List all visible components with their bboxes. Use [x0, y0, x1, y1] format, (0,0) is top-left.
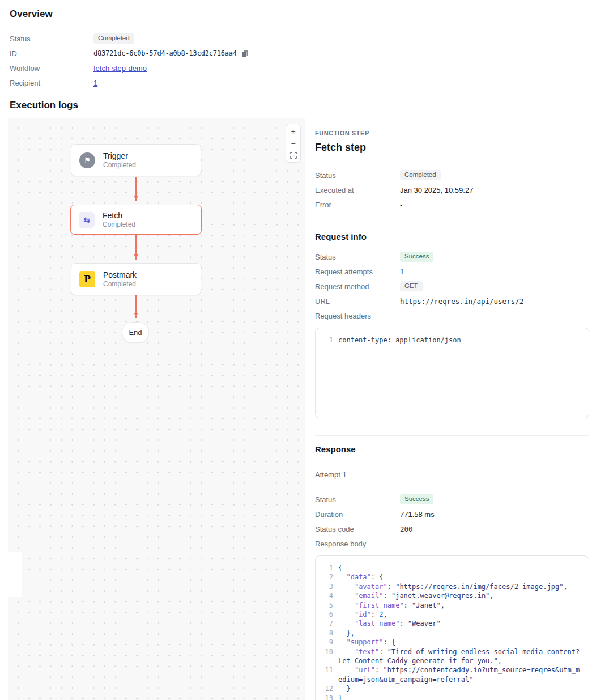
overview-title: Overview: [10, 0, 599, 20]
node-status: Completed: [103, 220, 135, 228]
step-title: Fetch step: [315, 142, 589, 154]
request-headers-row: Request headers: [315, 308, 589, 323]
code-line: 4 "email": "janet.weaver@reqres.in",: [323, 591, 581, 600]
success-badge: Success: [400, 252, 433, 262]
error-value: -: [400, 201, 402, 209]
edge-postmark-end: [135, 294, 137, 318]
overview-workflow-row: Workflow fetch-step-demo: [10, 61, 599, 75]
node-status: Completed: [103, 161, 136, 169]
status-label: Status: [10, 35, 93, 43]
status-code-value: 200: [400, 525, 413, 533]
zoom-in-button[interactable]: +: [286, 125, 300, 137]
node-end: End: [122, 322, 149, 343]
code-line: 2 "data": {: [323, 572, 581, 582]
status-code-label: Status code: [315, 525, 400, 533]
response-title: Response: [315, 444, 589, 454]
node-title: Trigger: [103, 151, 136, 160]
url-value: https://reqres.in/api/users/2: [400, 297, 523, 306]
response-body-row: Response body: [315, 536, 589, 551]
overview-recipient-row: Recipient 1: [10, 75, 599, 90]
attempts-label: Request attempts: [315, 268, 400, 276]
edge-trigger-fetch: [135, 177, 137, 201]
request-attempts-row: Request attempts 1: [315, 264, 589, 279]
step-type-kicker: FUNCTION STEP: [315, 130, 589, 137]
canvas-overlay: [8, 552, 22, 597]
duration-value: 771.58 ms: [400, 510, 435, 519]
overview-section: Overview Status Completed ID d83721dc-6c…: [0, 0, 609, 111]
divider: [10, 26, 599, 26]
request-url-row: URL https://reqres.in/api/users/2: [315, 294, 589, 308]
code-line: 8 },: [323, 629, 581, 638]
code-line: 7 "last_name": "Weaver": [323, 619, 581, 628]
code-line: 3 "avatar": "https://reqres.in/img/faces…: [323, 582, 581, 591]
success-badge: Success: [400, 494, 433, 505]
divider: [315, 435, 589, 436]
attempt-label: Attempt 1: [315, 470, 589, 479]
code-line: 10 "text": "Tired of writing endless soc…: [323, 647, 581, 666]
copy-icon[interactable]: [241, 50, 249, 57]
recipient-label: Recipient: [10, 79, 93, 87]
edge-fetch-postmark: [135, 235, 137, 260]
node-fetch[interactable]: ⇆ Fetch Completed: [70, 205, 202, 235]
divider: [315, 224, 589, 224]
request-headers-label: Request headers: [315, 312, 400, 320]
duration-row: Duration 771.58 ms: [315, 507, 589, 521]
code-line: 9 "support": {: [323, 638, 581, 647]
recipient-link[interactable]: 1: [93, 79, 97, 87]
fit-view-button[interactable]: [286, 149, 300, 161]
step-detail-panel: FUNCTION STEP Fetch step Status Complete…: [315, 118, 589, 700]
flag-icon: ⚑: [79, 152, 95, 168]
request-headers-code-block[interactable]: 1content-type: application/json: [315, 328, 589, 418]
node-postmark[interactable]: P Postmark Completed: [71, 263, 201, 295]
swap-arrows-icon: ⇆: [79, 212, 95, 228]
status-label: Status: [315, 253, 400, 261]
response-body-code-block[interactable]: 1{2 "data": {3 "avatar": "https://reqres…: [315, 555, 589, 700]
workflow-canvas[interactable]: ⚑ Trigger Completed ⇆ Fetch Completed P …: [8, 118, 305, 700]
node-status: Completed: [103, 280, 137, 288]
method-label: Request method: [315, 282, 400, 291]
request-status-row: Status Success: [315, 249, 589, 264]
status-badge: Completed: [400, 170, 441, 181]
code-line: 11 "url": "https://contentcaddy.io?utm_s…: [323, 665, 581, 684]
overview-id-row: ID d83721dc-6c0b-57d4-a0b8-13cd2c716aa4: [10, 46, 599, 61]
request-info-title: Request info: [315, 232, 589, 241]
fullscreen-icon: [290, 152, 297, 159]
executed-at-row: Executed at Jan 30 2025, 10:59:27: [315, 183, 589, 197]
status-badge: Completed: [93, 33, 134, 44]
status-label: Status: [315, 495, 400, 504]
status-label: Status: [315, 171, 400, 180]
error-row: Error -: [315, 197, 589, 212]
code-line: 5 "first_name": "Janet",: [323, 601, 581, 610]
executed-at-label: Executed at: [315, 186, 400, 194]
status-code-row: Status code 200: [315, 521, 589, 536]
canvas-zoom-controls: + −: [286, 124, 301, 163]
step-status-row: Status Completed: [315, 168, 589, 183]
zoom-out-button[interactable]: −: [286, 137, 300, 149]
attempts-value: 1: [400, 268, 404, 276]
id-label: ID: [10, 49, 93, 58]
error-label: Error: [315, 201, 400, 209]
node-title: Postmark: [103, 270, 137, 279]
code-line: 12 }: [323, 684, 581, 693]
code-line: 6 "id": 2,: [323, 610, 581, 619]
request-method-row: Request method GET: [315, 279, 589, 294]
workflow-label: Workflow: [10, 64, 93, 73]
duration-label: Duration: [315, 510, 400, 519]
code-line: 1content-type: application/json: [323, 336, 581, 345]
divider: [315, 486, 589, 486]
execution-logs-title: Execution logs: [10, 100, 599, 111]
url-label: URL: [315, 297, 400, 306]
response-body-label: Response body: [315, 540, 400, 548]
workflow-link[interactable]: fetch-step-demo: [93, 64, 147, 73]
method-badge: GET: [400, 281, 423, 292]
code-line: 1{: [323, 563, 581, 572]
response-status-row: Status Success: [315, 492, 589, 507]
transaction-id: d83721dc-6c0b-57d4-a0b8-13cd2c716aa4: [93, 49, 237, 57]
node-trigger[interactable]: ⚑ Trigger Completed: [71, 144, 201, 176]
postmark-p-icon: P: [79, 271, 95, 287]
overview-status-row: Status Completed: [10, 31, 599, 46]
code-line: 13}: [323, 694, 581, 700]
executed-at-value: Jan 30 2025, 10:59:27: [400, 186, 473, 194]
node-title: Fetch: [103, 211, 135, 220]
